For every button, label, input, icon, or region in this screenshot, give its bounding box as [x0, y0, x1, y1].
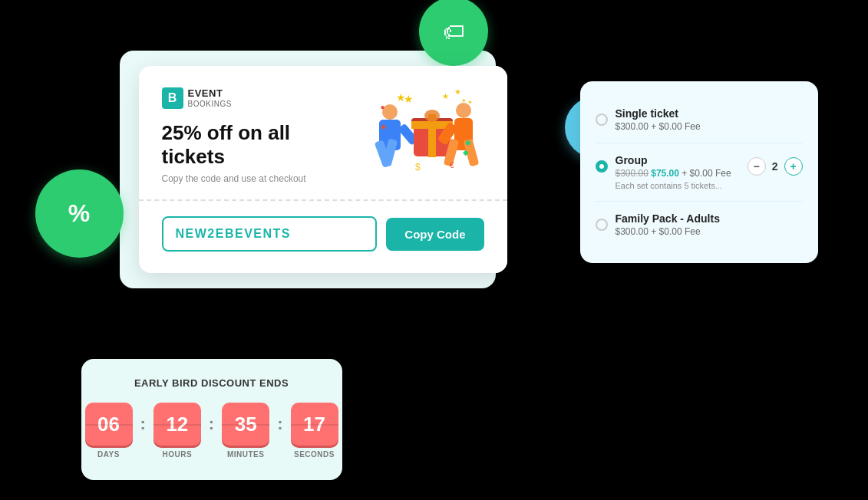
minutes-box: 35	[222, 403, 269, 446]
ticket-item-single[interactable]: Single ticket $300.00 + $0.00 Fee	[596, 97, 803, 143]
ticket-price-discounted: $75.00	[651, 168, 679, 179]
countdown-boxes: 06 DAYS : 12 HOURS : 35 MINUTES : 17 SEC…	[103, 403, 321, 459]
ticket-price-strikethrough: $300.00	[616, 168, 649, 179]
countdown-hours: 12 HOURS	[153, 403, 201, 459]
countdown-card: EARLY BIRD DISCOUNT ENDS 06 DAYS : 12 HO…	[81, 359, 342, 480]
coupon-code-section: Copy Code	[139, 201, 507, 273]
svg-text:◆: ◆	[465, 138, 471, 146]
svg-text:€: €	[450, 161, 454, 169]
sep-2: :	[209, 414, 214, 434]
ticket-row-single: Single ticket $300.00 + $0.00 Fee	[596, 107, 803, 132]
coupon-illustration: ★ ★ ✦ ● ◆	[369, 87, 484, 172]
ticket-item-family[interactable]: Family Pack - Adults $300.00 + $0.00 Fee	[596, 202, 803, 248]
coupon-subtitle: Copy the code and use at checkout	[162, 173, 354, 184]
qty-increase-button[interactable]: +	[784, 157, 803, 176]
sep-1: :	[140, 414, 146, 434]
ticket-info-group: Group $300.00 $75.00 + $0.00 Fee	[616, 154, 740, 179]
ticket-price-group: $300.00 $75.00 + $0.00 Fee	[616, 168, 740, 179]
star-icon-2: ★	[454, 87, 461, 96]
confetti-1: ●	[381, 103, 385, 111]
hours-box: 12	[153, 403, 201, 446]
ticket-qty-group: − 2 +	[748, 157, 803, 176]
copy-code-button[interactable]: Copy Code	[386, 218, 484, 251]
logo-name-bottom: BOOKINGS	[188, 100, 232, 108]
countdown-seconds: 17 SECONDS	[291, 403, 338, 459]
svg-text:✦: ✦	[461, 97, 467, 104]
countdown-days: 06 DAYS	[85, 403, 133, 459]
deco-tag-circle: 🏷	[419, 0, 488, 66]
coupon-top-section: B EVENT BOOKINGS 25% off on all tickets …	[139, 66, 507, 199]
logo-icon: B	[162, 87, 183, 109]
hours-label: HOURS	[163, 450, 193, 459]
minutes-label: MINUTES	[227, 450, 265, 459]
seconds-label: SECONDS	[294, 450, 335, 459]
seconds-box: 17	[291, 403, 338, 446]
ticket-item-group[interactable]: Group $300.00 $75.00 + $0.00 Fee − 2 + E…	[596, 143, 803, 202]
ticket-name-family: Family Pack - Adults	[616, 212, 803, 225]
ticket-price-single: $300.00 + $0.00 Fee	[616, 121, 803, 132]
qty-value: 2	[772, 160, 778, 173]
ticket-info-family: Family Pack - Adults $300.00 + $0.00 Fee	[616, 212, 803, 237]
percent-icon: %	[68, 199, 90, 228]
star-icon-1: ★	[396, 91, 406, 104]
ticket-row-group: Group $300.00 $75.00 + $0.00 Fee − 2 +	[596, 154, 803, 179]
illustration-container: ★ ★ ✦ ● ◆	[373, 87, 480, 172]
tickets-card: Single ticket $300.00 + $0.00 Fee Group …	[580, 81, 818, 263]
star-icon-3: ✦	[467, 99, 473, 106]
deco-percent-circle: %	[35, 169, 124, 258]
svg-text:●: ●	[381, 121, 386, 132]
coupon-left: B EVENT BOOKINGS 25% off on all tickets …	[162, 87, 354, 184]
qty-decrease-button[interactable]: −	[748, 157, 766, 176]
days-box: 06	[85, 403, 133, 446]
ticket-price-suffix: + $0.00 Fee	[682, 168, 731, 179]
ticket-radio-single[interactable]	[596, 113, 608, 126]
coupon-card: B EVENT BOOKINGS 25% off on all tickets …	[139, 66, 507, 273]
svg-point-9	[424, 110, 440, 122]
logo-name-top: EVENT	[188, 88, 232, 99]
svg-text:★: ★	[442, 92, 449, 100]
days-label: DAYS	[97, 450, 120, 459]
ticket-sub-group: Each set contains 5 tickets...	[616, 181, 803, 190]
ticket-price-family: $300.00 + $0.00 Fee	[616, 226, 803, 237]
ticket-name-single: Single ticket	[616, 107, 803, 120]
ticket-radio-group[interactable]	[596, 160, 608, 173]
sep-3: :	[277, 414, 282, 434]
brand-logo: B EVENT BOOKINGS	[162, 87, 354, 109]
ticket-row-family: Family Pack - Adults $300.00 + $0.00 Fee	[596, 212, 803, 237]
coupon-code-input[interactable]	[162, 216, 378, 252]
countdown-title: EARLY BIRD DISCOUNT ENDS	[103, 377, 321, 389]
ticket-radio-family[interactable]	[596, 219, 608, 231]
ticket-info-single: Single ticket $300.00 + $0.00 Fee	[616, 107, 803, 132]
confetti-2: ◆	[463, 148, 469, 156]
gift-illustration: ★ ★ ✦ ● ◆ $ €	[373, 87, 480, 172]
tag-icon: 🏷	[443, 19, 464, 44]
logo-text: EVENT BOOKINGS	[188, 88, 232, 107]
ticket-name-group: Group	[616, 154, 740, 166]
countdown-minutes: 35 MINUTES	[222, 403, 269, 459]
coupon-title: 25% off on all tickets	[162, 121, 354, 169]
svg-text:$: $	[415, 162, 421, 172]
